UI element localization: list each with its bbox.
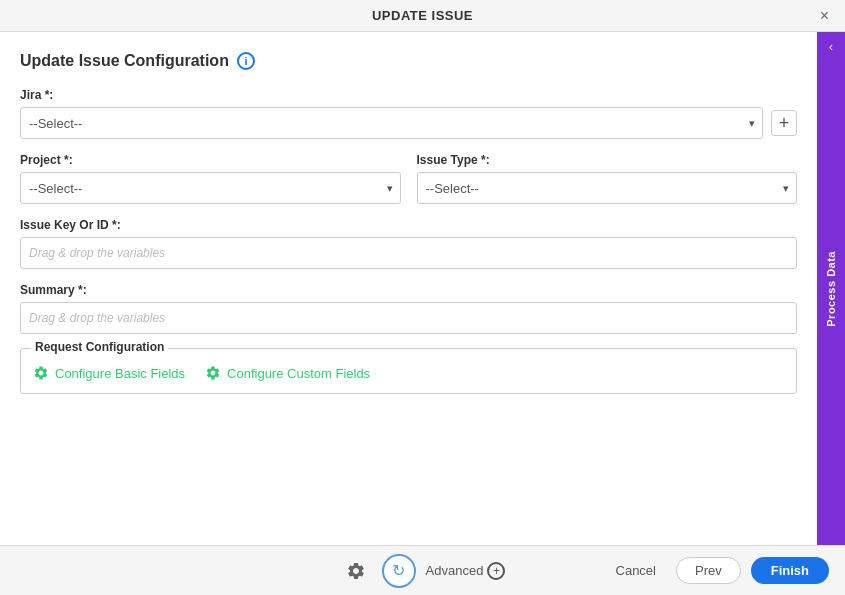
refresh-icon: ↻ <box>392 561 405 580</box>
issue-type-select-wrapper: --Select-- ▾ <box>417 172 798 204</box>
process-data-label: Process Data <box>825 251 837 327</box>
footer-right-buttons: Cancel Prev Finish <box>606 557 829 584</box>
section-title: Update Issue Configuration <box>20 52 229 70</box>
prev-button[interactable]: Prev <box>676 557 741 584</box>
issue-key-placeholder: Drag & drop the variables <box>29 246 165 260</box>
jira-select-wrapper: --Select-- ▾ <box>20 107 763 139</box>
footer-toolbar: ↻ Advanced + Cancel Prev Finish <box>0 545 845 595</box>
add-icon: + <box>779 113 790 134</box>
settings-toolbar-button[interactable] <box>340 555 372 587</box>
custom-fields-label: Configure Custom Fields <box>227 366 370 381</box>
process-data-arrow-icon: ‹ <box>829 40 833 54</box>
issue-key-input[interactable]: Drag & drop the variables <box>20 237 797 269</box>
project-select-wrapper: --Select-- ▾ <box>20 172 401 204</box>
cancel-button[interactable]: Cancel <box>606 557 666 584</box>
summary-label: Summary *: <box>20 283 797 297</box>
modal-title: UPDATE ISSUE <box>372 8 473 23</box>
project-select[interactable]: --Select-- <box>20 172 401 204</box>
project-issuetype-row: Project *: --Select-- ▾ Issue Type *: --… <box>20 153 797 218</box>
main-content: Update Issue Configuration i Jira *: --S… <box>0 32 845 545</box>
jira-add-button[interactable]: + <box>771 110 797 136</box>
jira-select[interactable]: --Select-- <box>20 107 763 139</box>
issue-key-field-group: Issue Key Or ID *: Drag & drop the varia… <box>20 218 797 269</box>
issue-type-field-group: Issue Type *: --Select-- ▾ <box>417 153 798 204</box>
advanced-button[interactable]: Advanced + <box>426 562 506 580</box>
advanced-plus-icon: + <box>487 562 505 580</box>
project-label: Project *: <box>20 153 401 167</box>
jira-label: Jira *: <box>20 88 797 102</box>
section-heading: Update Issue Configuration i <box>20 52 797 70</box>
footer-center-controls: ↻ Advanced + <box>340 554 506 588</box>
info-icon[interactable]: i <box>237 52 255 70</box>
config-buttons-row: Configure Basic Fields Configure Custom … <box>33 365 784 381</box>
summary-field-group: Summary *: Drag & drop the variables <box>20 283 797 334</box>
issue-type-label: Issue Type *: <box>417 153 798 167</box>
issue-type-select[interactable]: --Select-- <box>417 172 798 204</box>
settings-icon <box>346 561 366 581</box>
configure-custom-fields-button[interactable]: Configure Custom Fields <box>205 365 370 381</box>
jira-select-row: --Select-- ▾ + <box>20 107 797 139</box>
request-config-section: Request Configuration Configure Basic Fi… <box>20 348 797 394</box>
advanced-label: Advanced <box>426 563 484 578</box>
request-config-legend: Request Configuration <box>31 340 168 354</box>
form-area: Update Issue Configuration i Jira *: --S… <box>0 32 817 545</box>
title-bar: UPDATE ISSUE × <box>0 0 845 32</box>
basic-fields-label: Configure Basic Fields <box>55 366 185 381</box>
summary-input[interactable]: Drag & drop the variables <box>20 302 797 334</box>
process-data-panel[interactable]: ‹ Process Data <box>817 32 845 545</box>
refresh-button[interactable]: ↻ <box>382 554 416 588</box>
custom-fields-gear-icon <box>205 365 221 381</box>
jira-field-group: Jira *: --Select-- ▾ + <box>20 88 797 139</box>
basic-fields-gear-icon <box>33 365 49 381</box>
close-icon: × <box>820 7 829 24</box>
close-button[interactable]: × <box>816 6 833 26</box>
finish-button[interactable]: Finish <box>751 557 829 584</box>
issue-key-label: Issue Key Or ID *: <box>20 218 797 232</box>
project-field-group: Project *: --Select-- ▾ <box>20 153 401 204</box>
summary-placeholder: Drag & drop the variables <box>29 311 165 325</box>
configure-basic-fields-button[interactable]: Configure Basic Fields <box>33 365 185 381</box>
modal-container: UPDATE ISSUE × Update Issue Configuratio… <box>0 0 845 595</box>
